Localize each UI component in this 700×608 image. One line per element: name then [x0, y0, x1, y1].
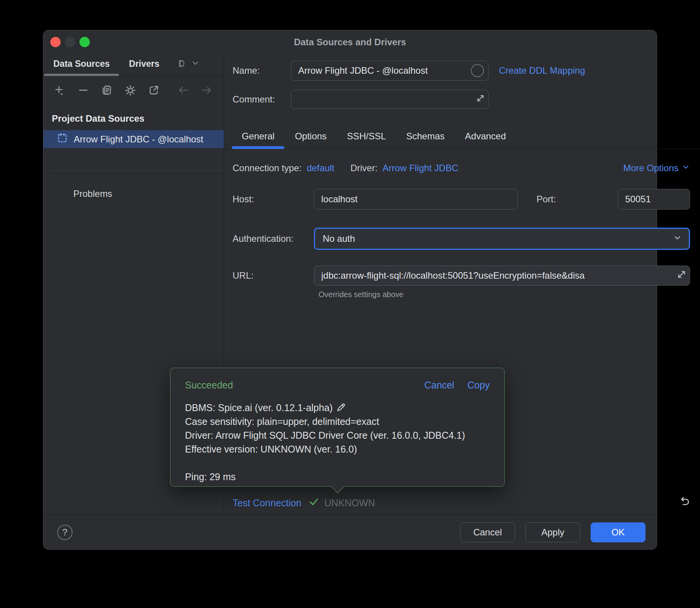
url-hint: Overrides settings above — [319, 290, 690, 299]
tab-ssh-ssl[interactable]: SSH/SSL — [347, 124, 386, 149]
tab-data-sources[interactable]: Data Sources — [53, 52, 110, 76]
remove-icon[interactable] — [78, 85, 89, 96]
authentication-select[interactable]: No auth — [314, 228, 690, 250]
tab-schemas[interactable]: Schemas — [406, 124, 445, 149]
name-input[interactable]: Arrow Flight JDBC - @localhost — [291, 61, 489, 81]
popup-driver-line: Driver: Arrow Flight SQL JDBC Driver Cor… — [185, 428, 490, 442]
data-sources-dialog: Data Sources and Drivers Data Sources Dr… — [43, 30, 657, 550]
port-input[interactable]: 50051 — [618, 189, 690, 210]
chevron-down-icon — [682, 163, 690, 173]
dialog-footer: ? Cancel Apply OK — [43, 515, 657, 549]
url-label: URL: — [233, 270, 314, 281]
project-data-sources-header: Project Data Sources — [52, 113, 224, 124]
url-input[interactable]: jdbc:arrow-flight-sql://localhost:50051?… — [314, 266, 690, 286]
create-ddl-mapping-link[interactable]: Create DDL Mapping — [499, 65, 585, 76]
titlebar: Data Sources and Drivers — [43, 30, 657, 52]
driver-value-link[interactable]: Arrow Flight JDBC — [383, 163, 458, 173]
tab-drivers[interactable]: Drivers — [129, 52, 159, 76]
expand-editor-icon[interactable] — [677, 269, 687, 282]
data-source-icon — [57, 133, 68, 145]
expand-editor-icon[interactable] — [476, 94, 485, 105]
test-connection-link[interactable]: Test Connection — [233, 497, 301, 509]
forward-icon[interactable] — [201, 84, 212, 96]
popup-copy-link[interactable]: Copy — [467, 380, 490, 391]
test-connection-popup: Succeeded Cancel Copy DBMS: Spice.ai (ve… — [170, 368, 505, 487]
name-label: Name: — [233, 65, 291, 76]
popup-case-line: Case sensitivity: plain=upper, delimited… — [185, 415, 490, 428]
popup-status: Succeeded — [185, 380, 233, 391]
sidebar-toolbar — [43, 76, 224, 104]
data-source-item-selected[interactable]: Arrow Flight JDBC - @localhost — [43, 130, 224, 148]
back-icon[interactable] — [178, 84, 189, 96]
revert-icon[interactable] — [679, 496, 690, 510]
chevron-down-icon — [191, 58, 200, 70]
connection-type-value-link[interactable]: default — [307, 163, 334, 173]
host-input[interactable]: localhost — [314, 189, 518, 210]
chevron-down-icon — [673, 233, 682, 245]
gear-icon[interactable] — [125, 85, 136, 96]
tab-advanced[interactable]: Advanced — [465, 124, 506, 149]
authentication-label: Authentication: — [233, 233, 314, 244]
progress-circle-icon — [471, 64, 484, 77]
tab-options[interactable]: Options — [295, 124, 327, 149]
driver-label: Driver: — [350, 163, 378, 173]
popup-cancel-link[interactable]: Cancel — [424, 380, 454, 391]
test-connection-row: Test Connection UNKNOWN — [233, 494, 690, 512]
open-in-new-icon[interactable] — [149, 85, 159, 96]
apply-button[interactable]: Apply — [525, 522, 580, 542]
help-button[interactable]: ? — [57, 525, 73, 540]
settings-tabstrip: General Options SSH/SSL Schemas Advanced — [224, 124, 700, 149]
tab-overflow[interactable]: D — [178, 52, 200, 76]
comment-input[interactable] — [291, 90, 489, 109]
cancel-button[interactable]: Cancel — [460, 522, 515, 542]
connection-status-text: UNKNOWN — [324, 497, 375, 509]
connection-type-label: Connection type: — [233, 163, 302, 173]
data-source-item-label: Arrow Flight JDBC - @localhost — [74, 134, 203, 145]
port-label: Port: — [537, 194, 618, 205]
pencil-icon[interactable] — [336, 403, 346, 413]
sidebar-tabstrip: Data Sources Drivers D — [43, 52, 224, 76]
duplicate-icon[interactable] — [101, 85, 112, 96]
success-check-icon — [308, 496, 320, 510]
tab-general[interactable]: General — [242, 124, 274, 149]
more-options-link[interactable]: More Options — [623, 163, 690, 173]
comment-label: Comment: — [233, 94, 291, 105]
popup-dbms-line: DBMS: Spice.ai (ver. 0.12.1-alpha) — [185, 401, 490, 415]
sidebar-divider — [50, 170, 224, 171]
window-title: Data Sources and Drivers — [43, 30, 657, 52]
popup-version-line: Effective version: UNKNOWN (ver. 16.0) — [185, 442, 490, 456]
add-data-source-icon[interactable] — [54, 85, 65, 96]
sidebar-item-problems[interactable]: Problems — [73, 188, 224, 199]
host-label: Host: — [233, 194, 314, 205]
ok-button[interactable]: OK — [591, 522, 646, 542]
